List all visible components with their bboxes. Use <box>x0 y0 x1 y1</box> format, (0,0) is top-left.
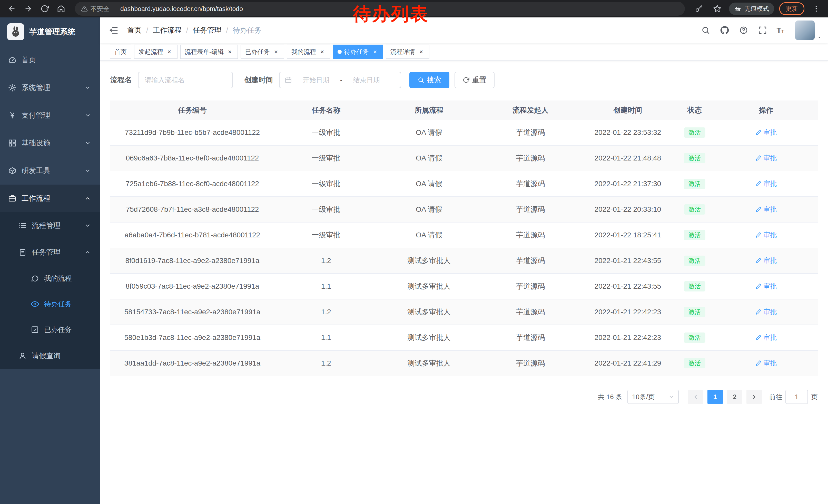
cell-create-time: 2022-01-22 21:37:30 <box>581 180 675 188</box>
table-row: 8f059c03-7ac8-11ec-a9e2-a2380e71991a 1.1… <box>110 274 818 300</box>
chevron-icon <box>85 85 91 91</box>
tab-流程表单-编辑[interactable]: 流程表单-编辑 × <box>180 45 238 59</box>
cell-task-id: 8f0d1619-7ac8-11ec-a9e2-a2380e71991a <box>110 257 275 265</box>
close-icon[interactable]: × <box>418 48 425 55</box>
omnibox-divider <box>115 5 115 12</box>
browser-refresh-icon[interactable] <box>38 2 51 15</box>
cell-actions: 审批 <box>714 128 818 137</box>
avatar[interactable] <box>795 20 815 40</box>
key-icon[interactable] <box>692 2 705 15</box>
close-icon[interactable]: × <box>273 48 280 55</box>
range-separator: - <box>340 76 342 84</box>
approve-link[interactable]: 审批 <box>755 179 777 188</box>
close-icon[interactable]: × <box>226 48 234 55</box>
fullscreen-icon[interactable] <box>757 25 768 35</box>
approve-link[interactable]: 审批 <box>755 153 777 163</box>
cell-create-time: 2022-01-22 23:53:32 <box>581 129 675 137</box>
caret-down-icon <box>817 35 822 40</box>
approve-link[interactable]: 审批 <box>755 333 777 342</box>
breadcrumb-item[interactable]: 任务管理 <box>193 26 222 35</box>
browser-menu-icon[interactable] <box>810 2 823 15</box>
font-size-icon[interactable]: TT <box>777 27 784 34</box>
tab-首页[interactable]: 首页 <box>110 45 131 59</box>
close-icon[interactable]: × <box>166 48 173 55</box>
process-name-input[interactable] <box>138 72 233 88</box>
edit-icon <box>755 309 761 315</box>
approve-link[interactable]: 审批 <box>755 282 777 291</box>
prev-page-button[interactable] <box>688 390 703 404</box>
sidebar-item-todo-task[interactable]: 待办任务 <box>0 291 100 317</box>
tab-发起流程[interactable]: 发起流程 × <box>134 45 177 59</box>
chevron-icon <box>85 140 91 146</box>
page-button-1[interactable]: 1 <box>707 390 723 404</box>
github-icon[interactable] <box>719 25 730 35</box>
tab-待办任务[interactable]: 待办任务 × <box>333 45 383 59</box>
cell-task-name: 一级审批 <box>275 179 378 189</box>
sidebar-item-devtools[interactable]: 研发工具 <box>0 157 100 185</box>
table-header-row: 任务编号任务名称所属流程流程发起人创建时间状态操作 <box>110 100 818 120</box>
status-badge: 激活 <box>684 230 705 240</box>
cell-initiator: 芋道源码 <box>480 179 581 189</box>
page-content: 流程名 创建时间 - 搜索 重置 <box>100 61 828 504</box>
browser-forward-icon[interactable] <box>22 2 35 15</box>
cell-actions: 审批 <box>714 153 818 163</box>
chat-icon <box>31 274 39 282</box>
approve-link[interactable]: 审批 <box>755 128 777 137</box>
edit-icon <box>755 206 761 212</box>
table-header-cell: 任务名称 <box>275 105 378 115</box>
close-icon[interactable]: × <box>319 48 326 55</box>
user-menu[interactable] <box>795 20 822 40</box>
cell-task-id: 069c6a63-7b8a-11ec-8ef0-acde48001122 <box>110 154 275 162</box>
page-size-select[interactable]: 10条/页 <box>627 390 679 404</box>
help-icon[interactable] <box>739 25 749 35</box>
edit-icon <box>755 232 761 238</box>
approve-link[interactable]: 审批 <box>755 256 777 265</box>
rabbit-logo-icon <box>9 26 22 38</box>
tab-已办任务[interactable]: 已办任务 × <box>241 45 284 59</box>
breadcrumb-item[interactable]: 首页 <box>127 26 141 35</box>
sidebar-item-done-task[interactable]: 已办任务 <box>0 317 100 342</box>
goto-page-input[interactable] <box>785 390 808 404</box>
sidebar-item-process-management[interactable]: 流程管理 <box>0 212 100 239</box>
approve-link[interactable]: 审批 <box>755 359 777 368</box>
browser-home-icon[interactable] <box>54 2 68 15</box>
approve-link[interactable]: 审批 <box>755 205 777 214</box>
tab-我的流程[interactable]: 我的流程 × <box>287 45 330 59</box>
security-status[interactable]: 不安全 <box>81 5 110 13</box>
cell-task-id: 725a1eb6-7b88-11ec-8ef0-acde48001122 <box>110 180 275 188</box>
browser-back-icon[interactable] <box>5 2 18 15</box>
approve-link[interactable]: 审批 <box>755 230 777 239</box>
cell-task-id: 8f059c03-7ac8-11ec-a9e2-a2380e71991a <box>110 282 275 290</box>
date-range-picker[interactable]: - <box>279 72 401 88</box>
security-label: 不安全 <box>90 5 110 13</box>
sidebar-item-workflow[interactable]: 工作流程 <box>0 185 100 212</box>
pager: 12 <box>705 390 744 404</box>
breadcrumb-separator: / <box>226 26 228 34</box>
end-date-input[interactable] <box>345 76 387 85</box>
update-button[interactable]: 更新 <box>779 2 804 15</box>
start-date-input[interactable] <box>295 76 337 85</box>
sidebar-item-my-process[interactable]: 我的流程 <box>0 266 100 291</box>
sidebar-item-home[interactable]: 首页 <box>0 46 100 74</box>
sidebar-toggle-icon[interactable] <box>108 25 119 36</box>
logo-row[interactable]: 芋道管理系统 <box>0 17 100 46</box>
reset-button[interactable]: 重置 <box>455 72 495 88</box>
breadcrumb-item[interactable]: 工作流程 <box>153 26 181 35</box>
breadcrumb-separator: / <box>186 26 188 34</box>
sidebar-item-infrastructure[interactable]: 基础设施 <box>0 129 100 157</box>
next-page-button[interactable] <box>746 390 762 404</box>
tab-label: 发起流程 <box>138 48 163 56</box>
sidebar-item-system[interactable]: 系统管理 <box>0 74 100 101</box>
cell-task-name: 1.2 <box>275 359 378 367</box>
navbar-right: TT <box>701 20 822 40</box>
page-button-2[interactable]: 2 <box>727 390 742 404</box>
close-icon[interactable]: × <box>371 48 379 55</box>
search-button[interactable]: 搜索 <box>409 72 449 88</box>
search-icon[interactable] <box>701 25 711 35</box>
sidebar-item-leave-query[interactable]: 请假查询 <box>0 342 100 369</box>
sidebar-item-payment[interactable]: 支付管理 <box>0 101 100 129</box>
tab-流程详情[interactable]: 流程详情 × <box>386 45 429 59</box>
sidebar-item-task-management[interactable]: 任务管理 <box>0 239 100 266</box>
approve-link[interactable]: 审批 <box>755 307 777 316</box>
bookmark-star-icon[interactable] <box>710 2 724 15</box>
